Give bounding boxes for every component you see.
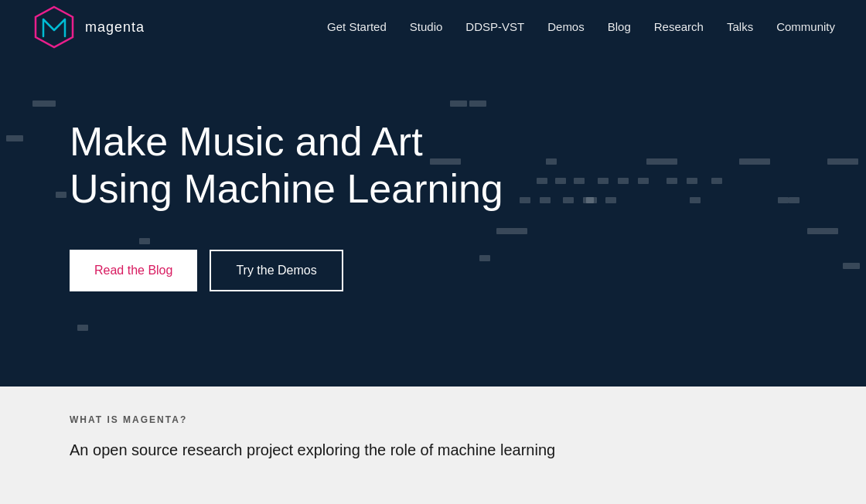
nav-link-blog[interactable]: Blog bbox=[608, 20, 631, 33]
logo[interactable]: magenta bbox=[31, 4, 145, 50]
logo-icon bbox=[31, 4, 77, 50]
dot bbox=[574, 178, 585, 184]
hero-section: Make Music and Art Using Machine Learnin… bbox=[0, 0, 866, 387]
dot bbox=[638, 178, 649, 184]
section-body: An open source research project explorin… bbox=[70, 439, 796, 461]
dot bbox=[6, 135, 23, 141]
dot bbox=[687, 178, 697, 184]
logo-text: magenta bbox=[85, 19, 145, 36]
nav-link-studio[interactable]: Studio bbox=[410, 20, 443, 33]
dot bbox=[711, 178, 722, 184]
nav-link-ddsp-vst[interactable]: DDSP-VST bbox=[465, 20, 524, 33]
hero-buttons: Read the Blog Try the Demos bbox=[70, 250, 796, 291]
dot bbox=[563, 197, 574, 203]
svg-marker-0 bbox=[36, 7, 73, 47]
dot bbox=[56, 192, 66, 198]
dot bbox=[827, 158, 858, 165]
section-label: WHAT IS MAGENTA? bbox=[70, 414, 796, 425]
dot bbox=[32, 100, 56, 107]
dot bbox=[843, 263, 860, 269]
dot bbox=[667, 178, 677, 184]
dot bbox=[598, 178, 609, 184]
dot bbox=[555, 178, 566, 184]
nav-link-get-started[interactable]: Get Started bbox=[327, 20, 387, 33]
dot bbox=[605, 197, 616, 203]
nav-link-community[interactable]: Community bbox=[776, 20, 835, 33]
dot bbox=[469, 100, 486, 107]
dot bbox=[690, 197, 701, 203]
nav-links: Get StartedStudioDDSP-VSTDemosBlogResear… bbox=[327, 20, 835, 34]
navbar: magenta Get StartedStudioDDSP-VSTDemosBl… bbox=[0, 0, 866, 54]
dot bbox=[739, 158, 770, 165]
try-demos-button[interactable]: Try the Demos bbox=[210, 250, 343, 291]
nav-link-research[interactable]: Research bbox=[654, 20, 704, 33]
dot bbox=[139, 238, 150, 244]
read-blog-button[interactable]: Read the Blog bbox=[70, 250, 197, 291]
dot bbox=[807, 228, 838, 234]
dot bbox=[646, 158, 677, 165]
nav-link-talks[interactable]: Talks bbox=[727, 20, 753, 33]
dot bbox=[778, 197, 789, 203]
what-is-magenta-section: WHAT IS MAGENTA? An open source research… bbox=[0, 387, 866, 504]
dot bbox=[77, 325, 88, 331]
dot bbox=[496, 228, 527, 234]
nav-link-demos[interactable]: Demos bbox=[547, 20, 585, 33]
dot bbox=[618, 178, 629, 184]
dot bbox=[586, 197, 597, 203]
dot bbox=[450, 100, 467, 107]
hero-title: Make Music and Art Using Machine Learnin… bbox=[70, 118, 549, 213]
dot bbox=[789, 197, 800, 203]
dot bbox=[583, 197, 594, 203]
